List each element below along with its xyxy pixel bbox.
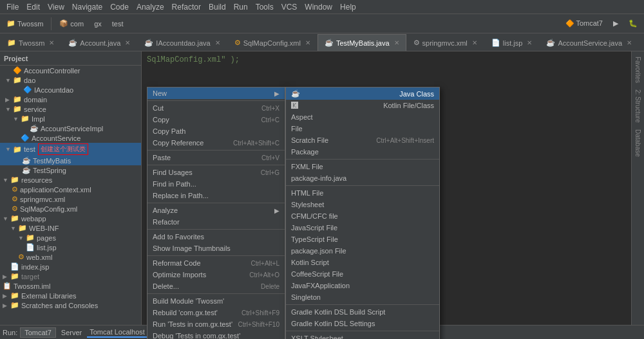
tab-twossm[interactable]: 📁 Twossm ✕: [0, 34, 61, 51]
project-btn[interactable]: 📁 Twossm: [3, 18, 47, 29]
cm-paste[interactable]: Paste Ctrl+V: [147, 152, 285, 163]
sm-gradle-build[interactable]: Gradle Kotlin DSL Build Script: [286, 306, 439, 318]
sm-ts[interactable]: TypeScript File: [286, 234, 439, 245]
tree-domain[interactable]: ▶ 📁 domain: [0, 95, 141, 104]
close-tab[interactable]: ✕: [394, 39, 399, 46]
close-tab[interactable]: ✕: [472, 39, 477, 46]
menu-view[interactable]: View: [44, 1, 68, 13]
tree-service[interactable]: ▼ 📁 service: [0, 104, 141, 114]
cm-optimize-imports[interactable]: Optimize Imports Ctrl+Alt+O: [147, 269, 285, 280]
close-twossm-tab[interactable]: ✕: [49, 39, 54, 46]
cm-analyze[interactable]: Analyze ▶: [147, 205, 285, 216]
cm-refactor[interactable]: Refactor: [147, 216, 285, 228]
tab-iaccountdao[interactable]: ☕ IAccountdao.java ✕: [137, 34, 227, 51]
sm-stylesheet[interactable]: Stylesheet: [286, 199, 439, 210]
sm-aspect[interactable]: Aspect: [286, 111, 439, 123]
tree-twossm-iml[interactable]: 📋 Twossm.iml: [0, 281, 141, 291]
tree-target[interactable]: ▶ 📁 target: [0, 271, 141, 281]
sm-package[interactable]: Package: [286, 146, 439, 158]
cm-delete[interactable]: Delete... Delete: [147, 280, 285, 292]
cm-show-thumbnails[interactable]: Show Image Thumbnails: [147, 243, 285, 254]
tree-accountserviceimpl[interactable]: ☕ AccountServiceImpl: [0, 124, 141, 133]
tree-sqlmapconfig[interactable]: ⚙ SqlMapConfig.xml: [0, 204, 141, 214]
menu-navigate[interactable]: Navigate: [68, 1, 106, 13]
tree-accountservice[interactable]: 🔷 AccountService: [0, 133, 141, 143]
cm-copy-ref[interactable]: Copy Reference Ctrl+Alt+Shift+C: [147, 137, 285, 149]
sm-kotlin-script[interactable]: Kotlin Script: [286, 257, 439, 268]
tab-springmvc[interactable]: ⚙ springmvc.xml ✕: [406, 34, 484, 51]
tree-scratches[interactable]: ▶ 📁 Scratches and Consoles: [0, 300, 141, 310]
close-tab[interactable]: ✕: [125, 39, 130, 46]
sm-fxml[interactable]: FXML File: [286, 161, 439, 172]
database-tab[interactable]: Database: [633, 127, 643, 160]
sm-java-class[interactable]: ☕ Java Class: [286, 87, 439, 100]
toolbar-test[interactable]: test: [108, 19, 128, 29]
cm-debug-tests[interactable]: Debug 'Tests in com.gx.test': [147, 330, 285, 339]
tree-webinf[interactable]: ▼ 📁 WEB-INF: [0, 223, 141, 233]
tree-index-jsp[interactable]: 📄 index.jsp: [0, 262, 141, 271]
close-tab[interactable]: ✕: [305, 39, 310, 46]
cm-build-module[interactable]: Build Module 'Twossm': [147, 295, 285, 307]
sm-javafx[interactable]: JavaFXApplication: [286, 280, 439, 291]
tree-accountcontroller[interactable]: 🔶 AccountController: [0, 66, 141, 75]
menu-code[interactable]: Code: [106, 1, 133, 13]
cm-find-usages[interactable]: Find Usages Ctrl+G: [147, 167, 285, 178]
menu-window[interactable]: Window: [301, 1, 336, 13]
sm-gradle-settings[interactable]: Gradle Kotlin DSL Settings: [286, 318, 439, 329]
cm-reformat[interactable]: Reformat Code Ctrl+Alt+L: [147, 257, 285, 269]
sm-html[interactable]: HTML File: [286, 187, 439, 199]
cm-replace-path[interactable]: Replace in Path...: [147, 190, 285, 201]
sm-package-json[interactable]: package.json File: [286, 245, 439, 257]
sm-xslt[interactable]: XSLT Stylesheet: [286, 333, 439, 339]
cm-run-tests[interactable]: Run 'Tests in com.gx.test' Ctrl+Shift+F1…: [147, 318, 285, 330]
tree-pages[interactable]: ▼ 📁 pages: [0, 233, 141, 243]
menu-file[interactable]: File: [3, 1, 23, 13]
tab-testspring[interactable]: ☕ TestSpring.java: [639, 34, 644, 51]
cm-new[interactable]: New ▶: [147, 87, 285, 99]
toolbar-com[interactable]: 📦 com: [55, 18, 88, 29]
tree-testmybatis[interactable]: ☕ TestMyBatis: [0, 156, 141, 165]
tree-appcontext[interactable]: ⚙ applicationContext.xml: [0, 185, 141, 194]
tree-springmvc-xml[interactable]: ⚙ springmvc.xml: [0, 194, 141, 204]
tab-sqlmapconfig[interactable]: ⚙ SqlMapConfig.xml ✕: [227, 34, 317, 51]
tree-dao[interactable]: ▼ 📁 dao: [0, 75, 141, 85]
tab-testmybatis[interactable]: ☕ TestMyBatis.java ✕: [317, 34, 406, 51]
tree-webapp[interactable]: ▼ 📁 webapp: [0, 214, 141, 223]
tomcat-btn[interactable]: Tomcat7: [20, 327, 56, 338]
favorites-tab[interactable]: Favorites: [633, 54, 643, 86]
cm-cut[interactable]: Cut Ctrl+X: [147, 102, 285, 114]
cm-copy-path[interactable]: Copy Path: [147, 125, 285, 137]
menu-analyze[interactable]: Analyze: [133, 1, 168, 13]
sm-cfml[interactable]: CFML/CFC file: [286, 210, 439, 222]
sm-js[interactable]: JavaScript File: [286, 222, 439, 234]
menu-tools[interactable]: Tools: [252, 1, 278, 13]
close-tab[interactable]: ✕: [527, 39, 532, 46]
menu-vcs[interactable]: VCS: [278, 1, 301, 13]
tree-test[interactable]: ▼ 📁 test 创建这个测试类: [0, 143, 141, 156]
sm-singleton[interactable]: Singleton: [286, 291, 439, 303]
tab-accountservice[interactable]: ☕ AccountService.java ✕: [539, 34, 639, 51]
toolbar-gx[interactable]: gx: [90, 19, 106, 29]
run-server-tab[interactable]: Server: [59, 328, 84, 337]
debug-btn[interactable]: 🐛: [625, 18, 641, 29]
close-tab[interactable]: ✕: [627, 39, 632, 46]
menu-build[interactable]: Build: [205, 1, 230, 13]
tree-list-jsp[interactable]: 📄 list.jsp: [0, 243, 141, 252]
menu-edit[interactable]: Edit: [23, 1, 44, 13]
tree-external-libs[interactable]: ▶ 📁 External Libraries: [0, 291, 141, 300]
menu-run[interactable]: Run: [230, 1, 252, 13]
sm-scratch-file[interactable]: Scratch File Ctrl+Alt+Shift+Insert: [286, 134, 439, 146]
close-tab[interactable]: ✕: [215, 39, 220, 46]
cm-add-favorites[interactable]: Add to Favorites: [147, 231, 285, 243]
sm-file[interactable]: File: [286, 123, 439, 134]
run-btn[interactable]: ▶: [609, 18, 622, 29]
sm-kotlin-file[interactable]: 🅺 Kotlin File/Class: [286, 100, 439, 111]
sm-package-info[interactable]: package-info.java: [286, 172, 439, 184]
cm-rebuild[interactable]: Rebuild 'com.gx.test' Ctrl+Shift+F9: [147, 307, 285, 318]
tree-impl[interactable]: ▼ 📁 Impl: [0, 114, 141, 124]
tree-resources[interactable]: ▼ 📁 resources: [0, 175, 141, 185]
tab-account-java[interactable]: ☕ Account.java ✕: [61, 34, 137, 51]
sm-coffeescript[interactable]: CoffeeScript File: [286, 268, 439, 280]
tab-list-jsp[interactable]: 📄 list.jsp ✕: [484, 34, 540, 51]
menu-help[interactable]: Help: [336, 1, 360, 13]
